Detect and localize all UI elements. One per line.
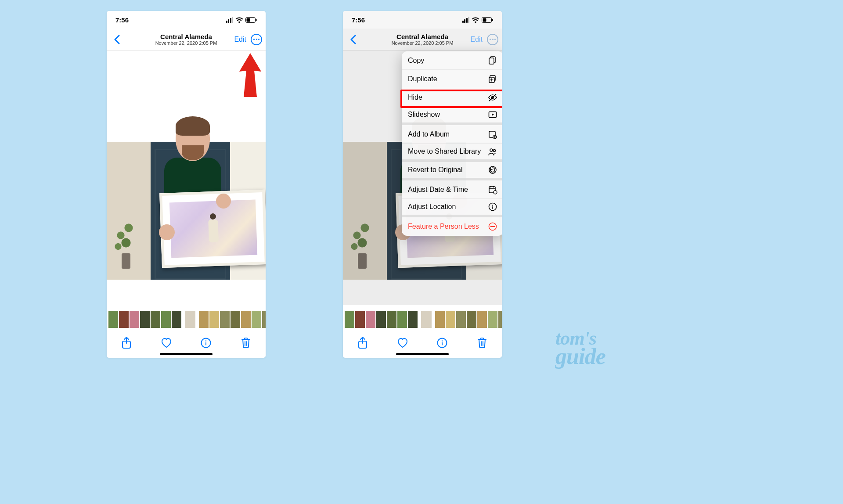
photo-location-label: Central Alameda <box>392 33 454 40</box>
menu-label: Move to Shared Library <box>408 148 481 155</box>
back-button[interactable] <box>110 35 123 44</box>
share-button[interactable] <box>356 336 369 349</box>
info-circle-icon <box>488 202 497 212</box>
menu-slideshow[interactable]: Slideshow <box>402 107 502 125</box>
status-time: 7:56 <box>352 16 365 24</box>
menu-move-shared-library[interactable]: Move to Shared Library <box>402 144 502 162</box>
hide-eye-slash-icon <box>488 93 497 102</box>
menu-label: Adjust Date & Time <box>408 186 468 194</box>
menu-label: Duplicate <box>408 75 437 83</box>
status-time: 7:56 <box>115 16 129 24</box>
menu-label: Copy <box>408 57 424 65</box>
svg-rect-12 <box>489 58 494 64</box>
iphone-screenshot-step1: 7:56 Central Alameda November 22, 2020 2… <box>107 11 266 358</box>
menu-add-to-album[interactable]: Add to Album <box>402 125 502 144</box>
info-button[interactable] <box>436 336 449 349</box>
ellipsis-icon <box>253 39 259 40</box>
info-button[interactable] <box>199 336 213 349</box>
battery-icon <box>245 17 257 23</box>
nav-bar: Central Alameda November 22, 2020 2:05 P… <box>343 29 502 50</box>
svg-point-21 <box>494 150 496 152</box>
ellipsis-icon <box>490 39 496 40</box>
status-bar: 7:56 <box>107 11 266 29</box>
svg-rect-1 <box>247 18 250 22</box>
menu-label: Add to Album <box>408 130 450 138</box>
svg-rect-27 <box>492 206 493 209</box>
home-indicator[interactable] <box>396 353 449 355</box>
menu-hide[interactable]: Hide <box>402 88 502 107</box>
photo-datetime-label: November 22, 2020 2:05 PM <box>392 40 454 46</box>
svg-point-6 <box>205 340 207 342</box>
menu-label: Feature a Person Less <box>408 223 479 230</box>
photo-thumbnail-strip[interactable] <box>107 310 266 329</box>
edit-button[interactable]: Edit <box>470 36 483 43</box>
favorite-button[interactable] <box>160 336 173 349</box>
add-to-album-icon <box>488 130 497 139</box>
more-options-menu: Copy Duplicate Hide Slideshow Add to Alb… <box>402 51 502 236</box>
photo-thumbnail-strip[interactable] <box>343 310 502 329</box>
svg-point-32 <box>442 340 443 342</box>
trash-button[interactable] <box>239 336 252 349</box>
bottom-toolbar <box>343 332 502 353</box>
svg-rect-7 <box>205 342 206 346</box>
favorite-button[interactable] <box>396 336 409 349</box>
menu-revert-original[interactable]: Revert to Original <box>402 162 502 180</box>
cellular-signal-icon <box>226 17 234 23</box>
photo-title-block: Central Alameda November 22, 2020 2:05 P… <box>392 33 454 46</box>
photo-title-block: Central Alameda November 22, 2020 2:05 P… <box>155 33 217 46</box>
duplicate-icon <box>488 74 497 84</box>
more-options-button[interactable] <box>487 34 498 45</box>
status-bar: 7:56 <box>343 11 502 29</box>
more-options-button[interactable] <box>251 34 262 45</box>
thumbnail-selected[interactable] <box>420 310 432 329</box>
trash-button[interactable] <box>476 336 489 349</box>
back-button[interactable] <box>346 35 360 44</box>
svg-point-20 <box>490 149 493 151</box>
menu-label: Revert to Original <box>408 166 463 174</box>
minus-circle-icon <box>488 222 497 231</box>
svg-rect-2 <box>256 19 257 21</box>
nav-bar: Central Alameda November 22, 2020 2:05 P… <box>107 29 266 50</box>
menu-adjust-location[interactable]: Adjust Location <box>402 199 502 217</box>
thumbnail-selected[interactable] <box>184 310 196 329</box>
svg-rect-9 <box>483 18 486 22</box>
menu-copy[interactable]: Copy <box>402 51 502 70</box>
cellular-signal-icon <box>462 17 470 23</box>
svg-rect-33 <box>442 342 443 346</box>
copy-icon <box>488 56 497 65</box>
menu-label: Hide <box>408 94 422 101</box>
iphone-screenshot-step2: 7:56 Central Alameda November 22, 2020 2… <box>343 11 502 358</box>
photo-viewer[interactable] <box>107 50 266 305</box>
svg-point-24 <box>494 191 497 194</box>
home-indicator[interactable] <box>160 353 213 355</box>
svg-rect-10 <box>492 19 493 21</box>
battery-icon <box>482 17 493 23</box>
slideshow-play-icon <box>488 110 497 119</box>
wifi-icon <box>472 17 479 23</box>
calendar-icon <box>488 185 497 194</box>
photo-location-label: Central Alameda <box>155 33 217 40</box>
edit-button[interactable]: Edit <box>234 36 246 43</box>
menu-label: Adjust Location <box>408 203 456 211</box>
menu-label: Slideshow <box>408 111 440 119</box>
menu-duplicate[interactable]: Duplicate <box>402 70 502 88</box>
revert-icon <box>488 165 497 175</box>
wifi-icon <box>235 17 243 23</box>
share-button[interactable] <box>120 336 133 349</box>
photo-datetime-label: November 22, 2020 2:05 PM <box>155 40 217 46</box>
menu-adjust-date-time[interactable]: Adjust Date & Time <box>402 180 502 199</box>
people-icon <box>488 147 497 156</box>
menu-feature-person-less[interactable]: Feature a Person Less <box>402 217 502 236</box>
tutorial-canvas: 7:56 Central Alameda November 22, 2020 2… <box>0 0 617 369</box>
svg-point-26 <box>492 205 493 205</box>
tomsguide-watermark: tom's guide <box>555 330 605 366</box>
bottom-toolbar <box>107 332 266 353</box>
